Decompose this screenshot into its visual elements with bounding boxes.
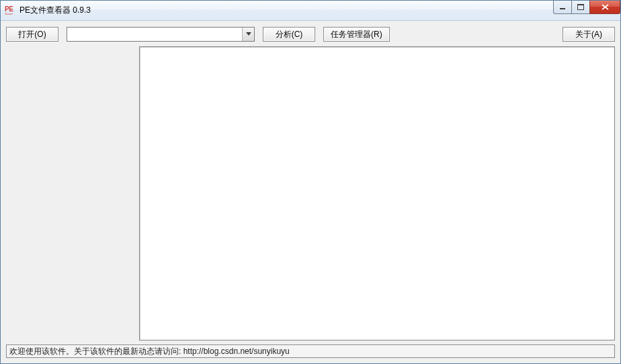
- minimize-icon: [559, 5, 566, 10]
- maximize-button[interactable]: [571, 1, 590, 14]
- client-area: 打开(O) 分析(C) 任务管理器(R) 关于(A) 欢迎使用该软件。关于该软件…: [1, 21, 620, 363]
- close-icon: [602, 4, 609, 10]
- content-area: [6, 46, 615, 340]
- window-title: PE文件查看器 0.9.3: [19, 5, 91, 16]
- statusbar: 欢迎使用该软件。关于该软件的最新动态请访问: http://blog.csdn.…: [6, 345, 615, 358]
- combobox-dropdown-button[interactable]: [242, 28, 254, 41]
- chevron-down-icon: [246, 32, 251, 36]
- maximize-icon: [577, 4, 584, 10]
- window-controls: [554, 1, 620, 14]
- detail-panel[interactable]: [139, 46, 615, 340]
- status-text: 欢迎使用该软件。关于该软件的最新动态请访问: http://blog.csdn.…: [9, 346, 290, 357]
- titlebar[interactable]: PE Viewer PE文件查看器 0.9.3: [1, 1, 620, 21]
- close-button[interactable]: [589, 1, 620, 14]
- task-manager-button[interactable]: 任务管理器(R): [323, 27, 390, 42]
- file-input[interactable]: [67, 28, 242, 41]
- app-window: PE Viewer PE文件查看器 0.9.3 打开(O): [0, 0, 621, 364]
- open-button[interactable]: 打开(O): [6, 27, 58, 42]
- minimize-button[interactable]: [553, 1, 572, 14]
- about-button[interactable]: 关于(A): [563, 27, 615, 42]
- toolbar: 打开(O) 分析(C) 任务管理器(R) 关于(A): [6, 26, 615, 42]
- tree-panel[interactable]: [6, 46, 139, 340]
- app-icon: PE Viewer: [5, 5, 15, 16]
- svg-rect-0: [560, 8, 565, 9]
- analyze-button[interactable]: 分析(C): [263, 27, 315, 42]
- file-combobox[interactable]: [67, 27, 255, 42]
- svg-rect-2: [577, 4, 584, 5]
